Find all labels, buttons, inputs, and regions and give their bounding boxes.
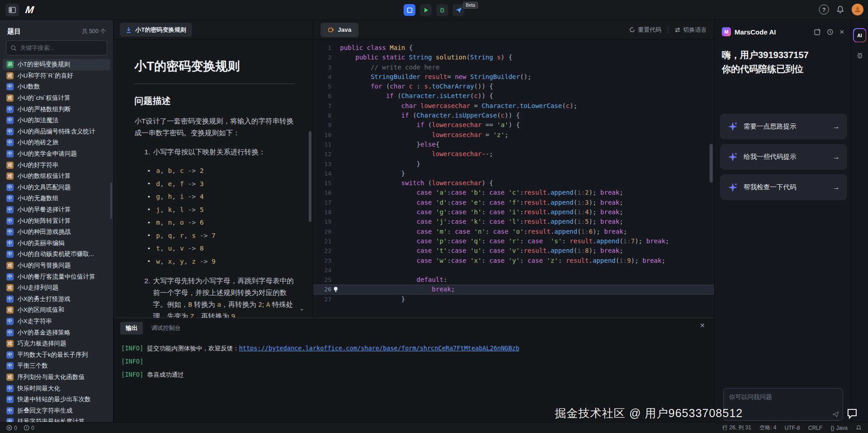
code-line[interactable]: 5 for (char c : s.toCharArray()) { bbox=[313, 82, 714, 91]
encoding[interactable]: UTF-8 bbox=[784, 425, 800, 431]
code-line[interactable]: 13 } bbox=[313, 159, 714, 169]
send-icon[interactable] bbox=[833, 411, 839, 418]
sidebar-item[interactable]: 中小U的种田游戏挑战 bbox=[0, 226, 113, 238]
help-icon[interactable]: ? bbox=[819, 5, 829, 15]
sidebar-item[interactable]: 中小U的地砖之旅 bbox=[0, 137, 113, 148]
token-pln: : bbox=[520, 208, 523, 216]
code-line[interactable]: 26 break; bbox=[313, 285, 714, 294]
code-line[interactable]: 9 if (lowercasechar == 'a') { bbox=[313, 120, 714, 130]
sidebar-item[interactable]: 中小U的严格数组判断 bbox=[0, 103, 113, 115]
editor-scrollbar[interactable] bbox=[710, 144, 713, 182]
bell-icon[interactable] bbox=[856, 425, 862, 431]
code-line[interactable]: 17 case 'd':case 'e': case 'f':result.ap… bbox=[313, 198, 714, 207]
sidebar-item[interactable]: 难序列划分与最大化函数值 bbox=[0, 372, 113, 383]
ai-assistant-tool[interactable]: AI bbox=[853, 28, 866, 42]
code-line[interactable]: 6 if (Character.isLetter(c)) { bbox=[313, 91, 714, 101]
chevron-down-icon[interactable]: ⌄ bbox=[299, 304, 305, 312]
code-line[interactable]: 19 case 'j':case 'k': case 'l':result.ap… bbox=[313, 217, 714, 226]
code-line[interactable]: 14 } bbox=[313, 169, 714, 178]
code-line[interactable]: 12 lowercasechar--; bbox=[313, 149, 714, 159]
search-box[interactable] bbox=[6, 40, 107, 55]
ai-question-input[interactable]: 你可以问我问题 bbox=[723, 388, 843, 421]
code-line[interactable]: 25 default: bbox=[313, 275, 714, 285]
warnings-indicator[interactable]: 0 bbox=[24, 425, 35, 431]
sidebar-item[interactable]: 中快递中转站的最少出车次数 bbox=[0, 394, 113, 405]
tab-java[interactable]: Java bbox=[321, 23, 359, 37]
lightbulb-icon[interactable] bbox=[333, 286, 338, 293]
code-line[interactable]: 18 case 'g':case 'h': case 'i':result.ap… bbox=[313, 207, 714, 217]
sidebar-item[interactable]: 易小T的密码变换规则 bbox=[3, 59, 110, 70]
sidebar-item[interactable]: 中小U数数 bbox=[0, 81, 113, 93]
sidebar-item[interactable]: 中小U的矩阵转置计算 bbox=[0, 215, 113, 226]
sidebar-item[interactable]: 难小U和字符`R`的喜好 bbox=[0, 70, 113, 82]
code-line[interactable]: 22 case 't':case 'u': case 'v':result.ap… bbox=[313, 246, 714, 256]
sidebar-item[interactable]: 中平衡三个数 bbox=[0, 360, 113, 372]
sidebar-item[interactable]: 中小U的加法魔法 bbox=[0, 115, 113, 126]
close-icon[interactable]: ✕ bbox=[700, 322, 705, 329]
code-line[interactable]: 20 case 'm': case 'n': case 'o':result.a… bbox=[313, 227, 714, 236]
sidebar-item[interactable]: 中小X的勇士打怪游戏 bbox=[0, 293, 113, 305]
sidebar-item[interactable]: 难小U的好字符串 bbox=[0, 159, 113, 171]
code-line[interactable]: 3 // write code here bbox=[313, 63, 714, 72]
sidebar-item[interactable]: 中小U的文具匹配问题 bbox=[0, 182, 113, 193]
debug-button[interactable] bbox=[436, 4, 448, 16]
search-input[interactable] bbox=[20, 44, 103, 51]
close-icon[interactable]: ✕ bbox=[839, 29, 844, 35]
code-area[interactable]: 1public class Main {2 public static Stri… bbox=[313, 40, 714, 318]
sidebar-item[interactable]: 中小X走字符串 bbox=[0, 316, 113, 327]
sidebar-item[interactable]: 难小U走排列问题 bbox=[0, 282, 113, 294]
code-line[interactable]: 27 } bbox=[313, 295, 714, 304]
sidebar-item[interactable]: 难小U的问号替换问题 bbox=[0, 260, 113, 271]
code-line[interactable]: 21 case 'p':case 'q': case 'r': case 's'… bbox=[313, 236, 714, 246]
code-line[interactable]: 1public class Main { bbox=[313, 43, 714, 53]
blue-app-button[interactable] bbox=[404, 4, 415, 16]
tab-output[interactable]: 输出 bbox=[120, 322, 143, 335]
description-tab[interactable]: 小T的密码变换规则 bbox=[120, 23, 192, 37]
sidebar-item[interactable]: 中折叠回文字符串生成 bbox=[0, 405, 113, 416]
sidebar-item[interactable]: 中小U的美丽串编辑 bbox=[0, 238, 113, 249]
cursor-position[interactable]: 行 26, 列 31 bbox=[722, 424, 751, 432]
sidebar-item[interactable]: 中小U的无趣数组 bbox=[0, 193, 113, 204]
sidebar-item[interactable]: 中平均数大于k的最长子序列 bbox=[0, 349, 113, 360]
sidebar-item[interactable]: 中小U的奖学金申请问题 bbox=[0, 148, 113, 160]
history-icon[interactable] bbox=[827, 29, 833, 35]
code-line[interactable]: 2 public static String solution(String s… bbox=[313, 53, 714, 62]
sidebar-toggle-button[interactable] bbox=[5, 4, 19, 16]
switch-language-button[interactable]: 切换语言 bbox=[675, 26, 707, 34]
ai-suggestion-card[interactable]: 需要一点思路提示→ bbox=[720, 113, 847, 139]
run-button[interactable] bbox=[420, 4, 432, 16]
eol-setting[interactable]: CRLF bbox=[808, 425, 822, 431]
code-line[interactable]: 10 lowercasechar = 'z'; bbox=[313, 130, 714, 140]
ai-suggestion-card[interactable]: 帮我检查一下代码→ bbox=[720, 174, 847, 200]
code-line[interactable]: 23 case 'w':case 'x': case 'y': case 'z'… bbox=[313, 256, 714, 266]
indent-setting[interactable]: 空格: 4 bbox=[760, 424, 776, 432]
avatar[interactable] bbox=[852, 4, 863, 15]
code-line[interactable]: 4 StringBuilder result= new StringBuilde… bbox=[313, 72, 714, 82]
sidebar-item[interactable]: 难小X的区间或值和 bbox=[0, 305, 113, 316]
sidebar-item[interactable]: 中小U的自动贩卖机硬币赚取... bbox=[0, 249, 113, 260]
sidebar-item[interactable]: 中小U的早餐选择计算 bbox=[0, 204, 113, 216]
sidebar-scrollbar[interactable] bbox=[110, 182, 112, 219]
description-scrollbar[interactable] bbox=[309, 131, 311, 222]
code-line[interactable]: 7 char lowercasechar = Character.toLower… bbox=[313, 101, 714, 111]
sidebar-item[interactable]: 中小U的餐厅客流量中位值计算 bbox=[0, 271, 113, 282]
new-chat-icon[interactable] bbox=[814, 29, 821, 35]
code-line[interactable]: 24 bbox=[313, 266, 714, 275]
code-line[interactable]: 11 }else{ bbox=[313, 140, 714, 149]
errors-indicator[interactable]: 0 bbox=[6, 425, 17, 431]
sidebar-item[interactable]: 难巧克力板选择问题 bbox=[0, 338, 113, 349]
code-line[interactable]: 16 case 'a':case 'b': case 'c':result.ap… bbox=[313, 188, 714, 197]
bug-report-icon[interactable] bbox=[856, 51, 864, 59]
sidebar-item[interactable]: 难小U的数组权值计算 bbox=[0, 171, 113, 182]
code-line[interactable]: 15 switch (lowercasechar) { bbox=[313, 178, 714, 188]
sidebar-item[interactable]: 难小U的`chi`权值计算 bbox=[0, 93, 113, 104]
sidebar-item[interactable]: 中小Y的基金选择策略 bbox=[0, 327, 113, 338]
sidebar-item[interactable]: 中快乐时间最大化 bbox=[0, 383, 113, 394]
bell-icon[interactable] bbox=[836, 5, 844, 14]
tab-debug-console[interactable]: 调试控制台 bbox=[151, 324, 181, 332]
ai-suggestion-card[interactable]: 给我一些代码提示→ bbox=[720, 144, 847, 170]
code-line[interactable]: 8 if (Character.isUpperCase(c)) { bbox=[313, 111, 714, 120]
reset-code-button[interactable]: 重置代码 bbox=[629, 26, 661, 34]
language-mode[interactable]: {} Java bbox=[831, 425, 848, 431]
sidebar-item[interactable]: 中小U的商品编号特殊含义统计 bbox=[0, 126, 113, 138]
